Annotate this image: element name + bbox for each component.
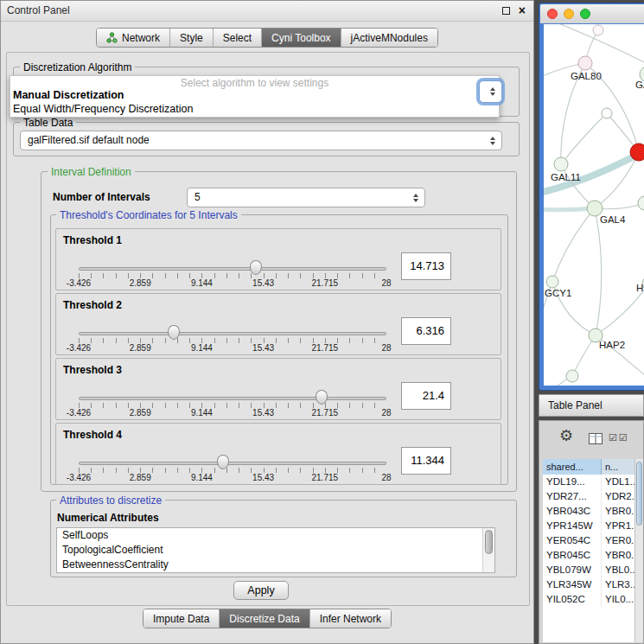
table-row[interactable]: YPR145WYPR1... xyxy=(543,519,634,533)
scale-tick-label: 21.715 xyxy=(312,278,339,288)
scale-tick-label: 28 xyxy=(381,343,391,353)
numerical-attributes-list[interactable]: SelfLoopsTopologicalCoefficientBetweenne… xyxy=(56,527,495,573)
scale-tick-label: 15.43 xyxy=(252,473,274,482)
slider-track[interactable] xyxy=(79,332,386,335)
table-scrollbar[interactable] xyxy=(634,459,643,642)
network-node[interactable] xyxy=(630,143,644,161)
network-node[interactable] xyxy=(546,276,558,288)
algorithm-combobox[interactable] xyxy=(479,80,502,103)
table-row[interactable]: YDR27...YDR2... xyxy=(543,489,634,504)
network-node[interactable] xyxy=(554,157,568,171)
table-row[interactable]: YBR043CYBR0... xyxy=(543,504,634,519)
table-cell: YDR27... xyxy=(543,489,602,504)
table-cell: YDL19... xyxy=(543,475,602,489)
slider-track[interactable] xyxy=(79,397,386,400)
network-node-label: HAP2 xyxy=(599,340,625,350)
tab-infer-network[interactable]: Infer Network xyxy=(309,609,391,628)
table-cell: YIL052C xyxy=(543,592,602,607)
attribute-list-item[interactable]: TopologicalCoefficient xyxy=(57,543,494,558)
table-cell: YDR2... xyxy=(602,489,634,504)
threshold-1-value-field[interactable]: 14.713 xyxy=(401,252,451,280)
algorithm-option-manual[interactable]: Manual Discretization xyxy=(10,89,499,103)
number-of-intervals-combobox[interactable]: 5 xyxy=(187,188,425,207)
network-edge[interactable] xyxy=(561,113,607,164)
network-node[interactable] xyxy=(638,196,644,210)
tab-style-label: Style xyxy=(180,32,203,44)
tab-style[interactable]: Style xyxy=(169,29,213,47)
network-canvas[interactable]: GAL80GAGAL11GAL4GCY1HHAP2 xyxy=(544,24,644,386)
network-node[interactable] xyxy=(602,108,612,118)
scale-tick-label: -3.426 xyxy=(67,473,91,482)
network-edge[interactable] xyxy=(552,208,595,282)
table-panel-window: ⚙ ☑☑ shared... n... YDL19...YDL1...YDR27… xyxy=(539,420,644,644)
scale-tick-label: 15.43 xyxy=(252,278,274,288)
tab-select-label: Select xyxy=(223,32,252,44)
gear-icon[interactable]: ⚙ xyxy=(559,428,573,443)
network-node-label: GAL4 xyxy=(600,214,626,225)
slider-scale-labels: -3.4262.8599.14415.4321.71528 xyxy=(79,408,386,418)
table-cell: YPR1... xyxy=(602,519,634,533)
close-window-button[interactable]: × xyxy=(519,5,526,16)
select-columns-icon[interactable] xyxy=(589,432,603,448)
threshold-2-value-field[interactable]: 6.316 xyxy=(401,317,451,345)
table-row[interactable]: YBR045CYBR0... xyxy=(543,548,634,563)
float-window-button[interactable] xyxy=(502,7,510,15)
table-cell: YPR145W xyxy=(543,519,602,533)
network-node[interactable] xyxy=(593,25,603,35)
network-node[interactable] xyxy=(566,370,578,382)
algorithm-dropdown-popup: Select algorithm to view settings Manual… xyxy=(10,75,500,118)
scale-tick-label: 2.859 xyxy=(130,343,151,353)
tab-impute-data[interactable]: Impute Data xyxy=(143,609,219,628)
table-row[interactable]: YER054CYER0... xyxy=(543,533,634,548)
table-data-combobox[interactable]: galFiltered.sif default node xyxy=(20,131,502,150)
network-icon xyxy=(106,32,118,43)
scale-tick-label: 28 xyxy=(381,473,391,482)
tab-cyni-label: Cyni Toolbox xyxy=(271,32,330,44)
attributes-group-title: Attributes to discretize xyxy=(56,494,165,507)
attribute-list-item[interactable]: SelfLoops xyxy=(57,528,494,543)
maximize-traffic-light-icon[interactable] xyxy=(580,9,590,19)
algorithm-placeholder-option[interactable]: Select algorithm to view settings xyxy=(10,76,499,89)
column-header-shared-name[interactable]: shared... xyxy=(543,459,602,475)
threshold-3-value-field[interactable]: 21.4 xyxy=(401,382,451,410)
network-node-label: GA xyxy=(635,80,644,90)
scale-tick-label: -3.426 xyxy=(67,408,91,418)
checkbox-filter-icons[interactable]: ☑☑ xyxy=(609,432,629,443)
tab-select[interactable]: Select xyxy=(213,29,261,47)
table-cell: YLR3... xyxy=(602,577,634,592)
slider-scale-labels: -3.4262.8599.14415.4321.71528 xyxy=(79,278,386,289)
combobox-stepper-icon xyxy=(487,131,499,150)
window-titlebar[interactable]: Control Panel × xyxy=(1,1,533,22)
combobox-stepper-icon xyxy=(487,81,499,102)
tab-jactivemnodules[interactable]: jActiveMNodules xyxy=(341,29,437,47)
slider-track[interactable] xyxy=(79,462,386,465)
network-window-titlebar[interactable] xyxy=(540,4,644,23)
column-header-name[interactable]: n... xyxy=(602,459,634,475)
attributes-scrollbar[interactable] xyxy=(482,528,494,572)
tab-discretize-data[interactable]: Discretize Data xyxy=(219,609,309,628)
table-cell: YBR0... xyxy=(602,504,634,519)
threshold-4-value-field[interactable]: 11.344 xyxy=(401,447,451,475)
scrollbar-thumb[interactable] xyxy=(485,530,493,554)
scrollbar-thumb[interactable] xyxy=(636,462,642,526)
table-row[interactable]: YDL19...YDL1... xyxy=(543,475,634,489)
apply-button[interactable]: Apply xyxy=(233,581,289,600)
table-panel-header[interactable]: Table Panel xyxy=(539,394,644,417)
table-cell: YLR345W xyxy=(543,577,602,592)
table-row[interactable]: YIL052CYIL0... xyxy=(543,592,634,607)
close-traffic-light-icon[interactable] xyxy=(547,9,558,19)
minimize-traffic-light-icon[interactable] xyxy=(564,9,574,19)
attribute-list-item[interactable]: BetweennessCentrality xyxy=(57,558,494,572)
algorithm-option-equal-width[interactable]: Equal Width/Frequency Discretization xyxy=(10,103,499,117)
table-row[interactable]: YBL079WYBL0... xyxy=(543,563,634,577)
tab-cyni-toolbox[interactable]: Cyni Toolbox xyxy=(261,29,340,47)
tab-network[interactable]: Network xyxy=(97,29,169,47)
top-tabbar: Network Style Select Cyni Toolbox jActiv… xyxy=(1,28,533,48)
table-row[interactable]: YLR345WYLR3... xyxy=(543,577,634,592)
slider-track[interactable] xyxy=(79,267,386,271)
network-edge[interactable] xyxy=(595,208,602,335)
number-of-intervals-value: 5 xyxy=(194,191,201,203)
scale-tick-label: 9.144 xyxy=(191,408,213,418)
table-cell: YBL079W xyxy=(543,563,602,577)
network-node[interactable] xyxy=(578,56,592,70)
